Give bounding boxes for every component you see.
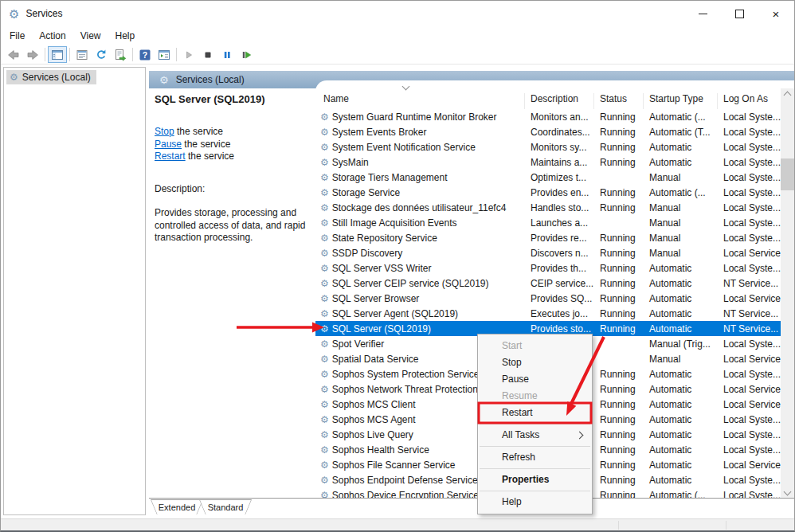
context-menu-restart[interactable]: Restart (478, 405, 592, 421)
close-button[interactable]: × (758, 1, 794, 26)
services-window: ⚙ Services × FileActionViewHelp ? ⚙ Serv… (0, 0, 795, 532)
menu-view[interactable]: View (73, 28, 108, 44)
minimize-button[interactable] (684, 1, 721, 26)
context-menu-resume: Resume (478, 388, 592, 405)
properties-button[interactable] (72, 46, 92, 63)
service-log-on-as: Local Syste... (718, 217, 781, 229)
service-gear-icon: ⚙ (320, 415, 329, 424)
service-row[interactable]: ⚙SQL Server Agent (SQL2019)Executes jo..… (315, 306, 781, 321)
service-name: Sophos System Protection Service (332, 369, 480, 380)
column-header-startup-type[interactable]: Startup Type (644, 93, 718, 109)
service-gear-icon: ⚙ (320, 445, 329, 455)
export-list-button[interactable] (111, 46, 130, 63)
stop-service-link[interactable]: Stop (155, 126, 174, 137)
service-row[interactable]: ⚙System Event Notification ServiceMonito… (315, 139, 781, 155)
service-row[interactable]: ⚙SSDP DiscoveryDiscovers n...RunningManu… (315, 245, 781, 260)
pause-service-button[interactable] (217, 46, 237, 63)
service-status: Running (594, 142, 644, 153)
service-row[interactable]: ⚙State Repository ServiceProvides re...R… (315, 230, 781, 245)
service-row[interactable]: ⚙Stockage des données utilisateur_11efc4… (315, 200, 781, 215)
context-menu-refresh[interactable]: Refresh (478, 449, 592, 466)
maximize-icon (735, 10, 744, 18)
back-button[interactable] (4, 46, 23, 63)
service-description: Discovers n... (525, 248, 594, 259)
service-description: Coordinates... (525, 127, 594, 138)
context-menu-stop[interactable]: Stop (478, 354, 592, 371)
tab-extended[interactable]: Extended (151, 499, 203, 514)
extended-view-button[interactable] (155, 46, 174, 63)
service-startup-type: Manual (644, 248, 718, 259)
start-service-button[interactable] (179, 46, 198, 63)
service-gear-icon: ⚙ (320, 294, 329, 303)
action-suffix: the service (186, 151, 234, 162)
service-row[interactable]: ⚙Storage ServiceProvides en...RunningAut… (315, 185, 781, 200)
service-row[interactable]: ⚙SQL Server VSS WriterProvides th...Runn… (315, 260, 781, 276)
service-name: Spot Verifier (332, 338, 384, 350)
maximize-button[interactable] (721, 1, 758, 26)
service-row[interactable]: ⚙SQL Server BrowserProvides SQ...Running… (315, 291, 781, 306)
service-name: Still Image Acquisition Events (332, 217, 457, 229)
service-row[interactable]: ⚙Still Image Acquisition EventsLaunches … (315, 215, 781, 230)
service-name: Sophos Health Service (332, 444, 429, 456)
service-log-on-as: Local Service (718, 399, 781, 410)
column-header-status[interactable]: Status (594, 93, 644, 109)
service-startup-type: Automatic (644, 157, 718, 168)
service-description: Monitors an... (525, 111, 594, 123)
start-service-icon (182, 49, 195, 61)
service-row[interactable]: ⚙SQL Server CEIP service (SQL2019)CEIP s… (315, 276, 781, 291)
service-status: Running (594, 475, 644, 486)
scroll-up-button[interactable] (781, 88, 794, 102)
service-log-on-as: Local Syste... (718, 369, 781, 380)
menu-separator (480, 424, 590, 424)
service-log-on-as: Local Syste... (718, 202, 781, 213)
menu-help[interactable]: Help (108, 28, 143, 44)
service-log-on-as: Local Service (718, 354, 781, 365)
restart-service-button[interactable] (237, 46, 256, 63)
column-header-name[interactable]: Name (315, 93, 525, 109)
tab-standard[interactable]: Standard (199, 499, 252, 514)
stop-service-button[interactable] (198, 46, 217, 63)
menu-bar: FileActionViewHelp (1, 26, 794, 45)
menu-file[interactable]: File (2, 28, 32, 44)
services-gear-icon: ⚙ (9, 8, 19, 20)
context-menu-pause[interactable]: Pause (478, 371, 592, 388)
context-menu-all-tasks[interactable]: All Tasks (478, 427, 592, 444)
scroll-down-button[interactable] (781, 485, 794, 499)
vertical-scrollbar[interactable] (781, 88, 794, 499)
help-button[interactable]: ? (135, 46, 155, 63)
service-startup-type: Manual (644, 354, 718, 365)
service-name: Sophos MCS Client (332, 399, 416, 410)
refresh-button[interactable] (92, 46, 111, 63)
service-row[interactable]: ⚙Storage Tiers ManagementOptimizes t...M… (315, 170, 781, 185)
pause-service-link[interactable]: Pause (155, 139, 182, 150)
service-row[interactable]: ⚙SysMainMaintains a...RunningAutomaticLo… (315, 155, 781, 170)
service-gear-icon: ⚙ (320, 354, 329, 364)
service-status: Running (594, 278, 644, 289)
service-gear-icon: ⚙ (320, 203, 329, 213)
service-name-cell: ⚙Storage Service (315, 187, 525, 198)
service-name: Spatial Data Service (332, 354, 419, 365)
column-header-log-on-as[interactable]: Log On As (718, 93, 781, 109)
service-action-line: Restart the service (155, 151, 312, 162)
list-header: NameDescriptionStatusStartup TypeLog On … (315, 80, 781, 109)
service-status: Running (594, 414, 644, 425)
context-menu-properties[interactable]: Properties (478, 471, 592, 488)
scrollbar-thumb[interactable] (781, 158, 794, 190)
tree-item-services-local[interactable]: ⚙ Services (Local) (6, 70, 96, 84)
forward-button[interactable] (23, 46, 42, 63)
service-name: Sophos Endpoint Defense Service (332, 475, 478, 486)
context-menu-help[interactable]: Help (478, 494, 592, 510)
restart-service-link[interactable]: Restart (155, 151, 186, 162)
window-title: Services (25, 8, 62, 19)
service-name-cell: ⚙System Guard Runtime Monitor Broker (315, 111, 525, 123)
service-name-cell: ⚙SSDP Discovery (315, 248, 525, 259)
service-name-cell: ⚙SysMain (315, 157, 525, 168)
service-row[interactable]: ⚙System Events BrokerCoordinates...Runni… (315, 124, 781, 139)
service-row[interactable]: ⚙System Guard Runtime Monitor BrokerMoni… (315, 109, 781, 124)
service-gear-icon: ⚙ (320, 339, 329, 349)
menu-action[interactable]: Action (32, 28, 72, 44)
service-name-cell: ⚙System Event Notification Service (315, 142, 525, 153)
service-gear-icon: ⚙ (320, 460, 329, 470)
show-console-tree-button[interactable] (48, 46, 67, 63)
column-header-description[interactable]: Description (525, 93, 594, 109)
